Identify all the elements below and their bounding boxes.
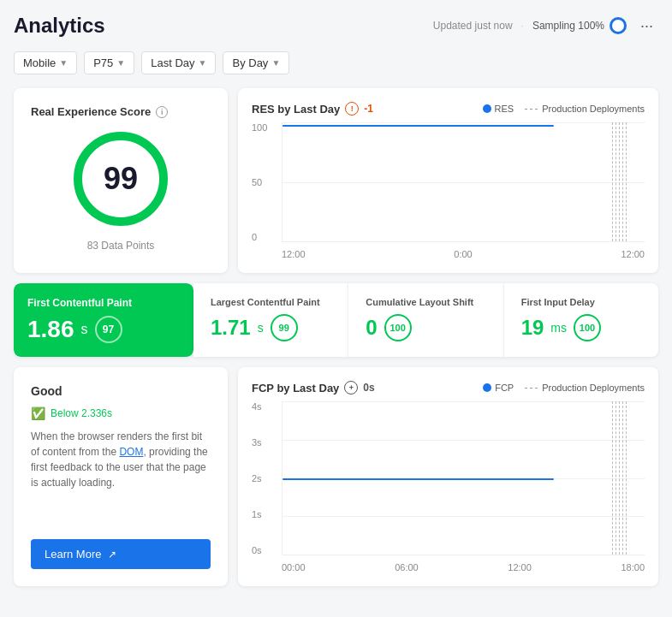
p75-filter[interactable]: P75 ▼ xyxy=(84,51,134,74)
grid-line xyxy=(282,516,645,517)
cls-value-row: 0 100 xyxy=(366,314,485,341)
dom-link[interactable]: DOM xyxy=(119,446,143,458)
chevron-down-icon: ▼ xyxy=(199,58,207,68)
fcp-deployments-icon xyxy=(524,388,538,389)
deployment-lines xyxy=(612,122,627,241)
lcp-badge: 99 xyxy=(271,314,298,341)
fcp-score-badge: 97 xyxy=(95,316,122,343)
bottom-row: Good ✅ Below 2.336s When the browser ren… xyxy=(14,367,658,586)
res-delta: -1 xyxy=(364,103,373,115)
byday-filter[interactable]: By Day ▼ xyxy=(223,51,289,74)
fcp-chart-card: FCP by Last Day + 0s FCP Production Depl… xyxy=(238,367,658,586)
dep-line xyxy=(616,122,616,241)
lcp-unit: s xyxy=(258,321,264,335)
fcp-y-labels: 4s 3s 2s 1s 0s xyxy=(252,401,277,555)
grid-line xyxy=(282,440,645,441)
metrics-wrapper: Largest Contentful Paint 1.71 s 99 Cumul… xyxy=(193,283,658,357)
delta-info-icon[interactable]: ! xyxy=(345,102,359,116)
cls-badge: 100 xyxy=(384,314,412,341)
metrics-row: First Contentful Paint 1.86 s 97 Largest… xyxy=(14,283,658,357)
lastday-filter[interactable]: Last Day ▼ xyxy=(141,51,216,74)
page-title: Analytics xyxy=(14,14,105,38)
fcp-deployment-lines xyxy=(612,401,627,555)
dep-line xyxy=(619,401,620,555)
chevron-down-icon: ▼ xyxy=(271,58,280,68)
header-right: Updated just now · Sampling 100% ··· xyxy=(433,15,658,37)
more-button[interactable]: ··· xyxy=(635,15,658,37)
res-chart-area: 100 50 0 xyxy=(252,122,645,259)
info-icon[interactable]: i xyxy=(156,106,168,118)
sampling-badge: Sampling 100% xyxy=(532,17,627,34)
fcp-legend-label: FCP xyxy=(495,383,514,393)
lcp-value-row: 1.71 s 99 xyxy=(211,314,330,341)
grid-line xyxy=(282,182,645,183)
fid-title: First Input Delay xyxy=(521,297,641,307)
fcp-chart-content xyxy=(282,401,645,555)
deployments-legend-item: Production Deployments xyxy=(524,104,645,114)
fid-value-row: 19 ms 100 xyxy=(521,314,641,341)
good-title: Good xyxy=(31,384,211,398)
score-circle: 99 xyxy=(74,132,168,226)
fcp-delta-icon[interactable]: + xyxy=(344,381,358,395)
deployments-legend-label: Production Deployments xyxy=(542,104,645,114)
res-card-title: Real Experience Score i xyxy=(31,105,211,118)
fcp-deployments-legend-item: Production Deployments xyxy=(524,383,645,393)
chevron-down-icon: ▼ xyxy=(116,58,125,68)
fcp-chart-title: FCP by Last Day + 0s xyxy=(252,381,375,395)
fid-card: First Input Delay 19 ms 100 xyxy=(503,283,658,357)
fcp-card: First Contentful Paint 1.86 s 97 xyxy=(14,283,193,357)
dep-line xyxy=(619,122,620,241)
res-chart-card: RES by Last Day ! -1 RES Production Depl… xyxy=(238,88,658,273)
fcp-line xyxy=(282,478,554,480)
fcp-legend-dot xyxy=(483,383,491,392)
res-chart-content xyxy=(282,122,645,242)
grid-line xyxy=(282,401,645,402)
fcp-legend-item: FCP xyxy=(483,383,514,393)
good-subtitle-text: Below 2.336s xyxy=(51,407,112,419)
grid-line xyxy=(282,122,645,123)
chevron-down-icon: ▼ xyxy=(59,58,68,68)
dep-line xyxy=(612,401,613,555)
dep-line xyxy=(622,122,623,241)
fid-value: 19 xyxy=(521,316,544,340)
res-chart-title: RES by Last Day ! -1 xyxy=(252,102,373,116)
learn-more-button[interactable]: Learn More ↗ xyxy=(31,539,211,569)
mobile-filter[interactable]: Mobile ▼ xyxy=(14,51,77,74)
check-icon: ✅ xyxy=(31,406,45,420)
fcp-delta: 0s xyxy=(363,382,374,394)
dep-line xyxy=(612,122,613,241)
res-legend-item: RES xyxy=(483,104,514,114)
fcp-chart-area: 4s 3s 2s 1s 0s xyxy=(252,401,645,573)
good-subtitle: ✅ Below 2.336s xyxy=(31,406,211,420)
external-link-icon: ↗ xyxy=(108,549,116,561)
p75-filter-label: P75 xyxy=(93,56,113,69)
deployments-legend-icon xyxy=(524,109,538,110)
lcp-title: Largest Contentful Paint xyxy=(211,297,330,307)
res-card: Real Experience Score i 99 83 Data Point… xyxy=(14,88,228,273)
mobile-filter-label: Mobile xyxy=(23,56,56,69)
score-value: 99 xyxy=(104,161,138,197)
dep-line xyxy=(626,401,627,555)
cls-card: Cumulative Layout Shift 0 100 xyxy=(348,283,503,357)
learn-more-label: Learn More xyxy=(45,548,101,561)
fid-badge: 100 xyxy=(574,314,601,341)
top-cards-row: Real Experience Score i 99 83 Data Point… xyxy=(14,88,658,273)
filters-bar: Mobile ▼ P75 ▼ Last Day ▼ By Day ▼ xyxy=(14,51,658,74)
fcp-wrapper: First Contentful Paint 1.86 s 97 xyxy=(14,283,193,357)
fcp-score: 97 xyxy=(103,323,114,335)
lcp-card: Largest Contentful Paint 1.71 s 99 xyxy=(193,283,348,357)
res-chart-header: RES by Last Day ! -1 RES Production Depl… xyxy=(252,102,645,116)
dep-line xyxy=(616,401,616,555)
fcp-x-labels: 00:00 06:00 12:00 18:00 xyxy=(282,562,645,573)
fid-unit: ms xyxy=(550,321,567,335)
res-chart-y-labels: 100 50 0 xyxy=(252,122,277,242)
sampling-label: Sampling 100% xyxy=(532,20,604,32)
fcp-value: 1.86 xyxy=(27,316,74,343)
dep-line xyxy=(622,401,623,555)
fcp-deployments-label: Production Deployments xyxy=(542,383,645,393)
separator: · xyxy=(521,20,524,32)
dep-line xyxy=(626,122,627,241)
cls-title: Cumulative Layout Shift xyxy=(366,297,485,307)
lcp-value: 1.71 xyxy=(211,316,251,340)
byday-filter-label: By Day xyxy=(232,56,268,69)
